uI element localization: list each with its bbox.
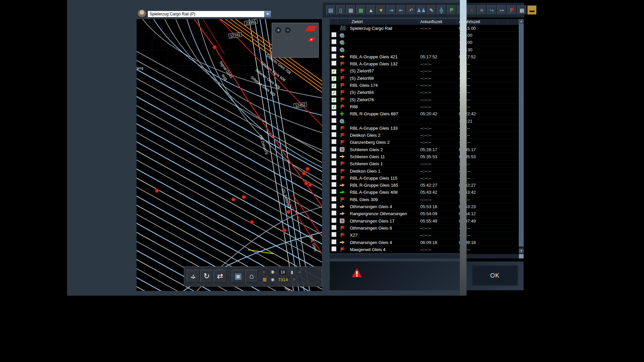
row-checkbox[interactable]: ✓: [331, 90, 336, 96]
row-checkbox[interactable]: [331, 218, 336, 223]
distance-value[interactable]: 7314: [278, 277, 288, 283]
scroll-up-icon[interactable]: ▲: [519, 19, 524, 24]
row-checkbox[interactable]: [331, 139, 336, 144]
horizontal-scroll-track[interactable]: [330, 254, 519, 258]
zoom-out-button[interactable]: −: [284, 26, 291, 34]
palette-icon[interactable]: ▦: [263, 277, 267, 282]
route-flag-icon[interactable]: [447, 5, 456, 15]
settings-add-icon[interactable]: ✳: [477, 5, 486, 15]
row-checkbox[interactable]: ✓: [331, 69, 336, 74]
knob-a-icon[interactable]: ◉: [271, 269, 274, 275]
timetable[interactable]: Spielerzug Cargo Rail --:--:-- 05:15:00 …: [330, 25, 519, 253]
signal-dot[interactable]: [287, 210, 290, 214]
table-row[interactable]: Schlieren Gleis 1 --:--:-- --:--:--: [330, 161, 519, 168]
pattern-icon[interactable]: ╬: [437, 5, 446, 15]
signal-dot[interactable]: [283, 229, 286, 232]
remove-route-icon[interactable]: ×: [467, 5, 476, 15]
table-row[interactable]: ✓ R68 --:--:-- --:--:--: [330, 103, 519, 110]
lock-icon[interactable]: ▮: [291, 269, 293, 275]
row-checkbox[interactable]: [331, 168, 336, 173]
red-flag-icon[interactable]: [507, 5, 517, 15]
zoom-in-button[interactable]: +: [275, 26, 282, 34]
row-checkbox[interactable]: [331, 111, 336, 116]
table-row[interactable]: Othmarsingen Gleis 6 --:--:-- --:--:--: [330, 225, 519, 232]
grid-icon[interactable]: ▦: [346, 5, 356, 15]
signal-dot[interactable]: [306, 167, 310, 171]
move-down-icon[interactable]: ▼: [376, 5, 386, 15]
table-row[interactable]: RBL A-Gruppe Gleis 133 --:--:-- --:--:--: [330, 125, 519, 132]
table-row[interactable]: RBL A-Gruppe Gleis 408 05:43:42 05:43:42: [330, 189, 519, 196]
table-row[interactable]: Othmarsingen Gleis 4 06:09:18 06:09:18: [330, 239, 519, 246]
table-row[interactable]: Dietikon Gleis 1 --:--:-- --:--:--: [330, 168, 519, 175]
scrollbar-thumb[interactable]: [519, 24, 524, 246]
undo-icon[interactable]: ↶: [407, 5, 416, 15]
save-icon[interactable]: ▤: [326, 5, 335, 15]
jump-in-icon[interactable]: ↪: [487, 5, 496, 15]
table-row[interactable]: +00:00: [330, 32, 519, 39]
row-checkbox[interactable]: [331, 203, 336, 208]
row-checkbox[interactable]: [331, 125, 336, 130]
table-row[interactable]: Schlieren Gleis 11 05:35:53 05:35:53: [330, 153, 519, 160]
table-row[interactable]: +00:00: [330, 39, 519, 46]
row-checkbox[interactable]: [331, 246, 336, 251]
table-row[interactable]: ✓ (S) Zielort98 --:--:-- --:--:--: [330, 75, 519, 82]
table-row[interactable]: Dietikon Gleis 2 --:--:-- --:--:--: [330, 132, 519, 139]
knob-b-icon[interactable]: ◉: [271, 277, 274, 282]
table-row[interactable]: ✓ RBL Gleis 174 --:--:-- --:--:--: [330, 82, 519, 89]
col-ankunftszeit[interactable]: Ankunftszeit: [419, 19, 457, 25]
table-row[interactable]: Spielerzug Cargo Rail --:--:-- 05:15:00: [330, 25, 519, 32]
row-checkbox[interactable]: [331, 154, 336, 159]
table-row[interactable]: RBL A-Gruppe Gleis 132 --:--:-- --:--:--: [330, 60, 519, 67]
row-checkbox[interactable]: ✓: [331, 105, 336, 110]
train-icon[interactable]: ▬: [527, 5, 537, 15]
edit-list-icon[interactable]: ✎: [427, 5, 436, 15]
table-row[interactable]: Othmarsingen Gleis 17 05:55:49 06:07:49: [330, 218, 519, 225]
table-row[interactable]: RBL R-Gruppe Gleis 165 05:42:27 05:42:27: [330, 182, 519, 189]
table-row[interactable]: RBL R-Gruppe Gleis 687 05:20:42 05:22:42: [330, 111, 519, 118]
scroll-down-icon[interactable]: ▼: [519, 249, 524, 253]
jump-out-icon[interactable]: ↦: [497, 5, 506, 15]
minimap[interactable]: + −: [272, 23, 319, 58]
row-checkbox[interactable]: [331, 132, 336, 137]
keypad-icon[interactable]: ▦: [517, 5, 527, 15]
row-checkbox[interactable]: [331, 146, 336, 152]
counter-value[interactable]: 18: [279, 269, 286, 275]
row-checkbox[interactable]: [331, 47, 336, 52]
table-row[interactable]: RBL A-Gruppe Gleis 115 --:--:-- --:--:--: [330, 175, 519, 182]
row-checkbox[interactable]: [331, 175, 336, 180]
row-checkbox[interactable]: [331, 182, 336, 187]
row-checkbox[interactable]: [331, 232, 336, 237]
table-row[interactable]: ✓ (S) Zielort76 --:--:-- --:--:--: [330, 96, 519, 103]
passengers-icon[interactable]: ♟♟: [417, 5, 426, 15]
signal-dot[interactable]: [250, 221, 254, 224]
row-checkbox[interactable]: ✓: [331, 98, 336, 103]
row-checkbox[interactable]: [331, 161, 336, 166]
signal-dot[interactable]: [305, 182, 308, 185]
row-checkbox[interactable]: ✓: [331, 76, 336, 81]
rotate-icon[interactable]: ↻: [200, 270, 213, 283]
row-checkbox[interactable]: [331, 225, 336, 230]
indicator-b-icon[interactable]: ○: [293, 277, 296, 282]
table-row[interactable]: RBL A-Gruppe Gleis 421 05:17:52 05:17:52: [330, 53, 519, 60]
row-checkbox[interactable]: [331, 196, 336, 201]
split-row-icon[interactable]: ⇤: [396, 5, 406, 15]
pan-icon[interactable]: ↔↕: [187, 270, 200, 283]
grid-active-icon[interactable]: ▦: [356, 5, 366, 15]
table-row[interactable]: Rangiergrenze Othmarsingen 05:54:09 05:5…: [330, 210, 519, 218]
signal-dot[interactable]: [232, 198, 235, 201]
row-checkbox[interactable]: [331, 54, 336, 59]
table-row[interactable]: RBL Gleis 309 --:--:-- --:--:--: [330, 196, 519, 203]
row-checkbox[interactable]: ✓: [331, 83, 336, 88]
row-checkbox[interactable]: [331, 39, 336, 44]
signal-dot[interactable]: [302, 172, 306, 175]
table-row[interactable]: X27 --:--:-- --:--:--: [330, 232, 519, 239]
table-scrollbar[interactable]: ▲ ▼: [519, 19, 524, 253]
table-row[interactable]: ✓ (S) Zielort84 --:--:-- --:--:--: [330, 89, 519, 96]
signal-dot[interactable]: [242, 195, 246, 199]
row-checkbox[interactable]: [331, 118, 336, 123]
row-checkbox[interactable]: [331, 189, 336, 194]
row-checkbox[interactable]: [331, 32, 336, 37]
ok-button[interactable]: OK: [472, 265, 518, 286]
move-up-icon[interactable]: ▲: [366, 5, 376, 15]
table-row[interactable]: Maegenwil Gleis 4 --:--:-- --:--:--: [330, 246, 519, 253]
